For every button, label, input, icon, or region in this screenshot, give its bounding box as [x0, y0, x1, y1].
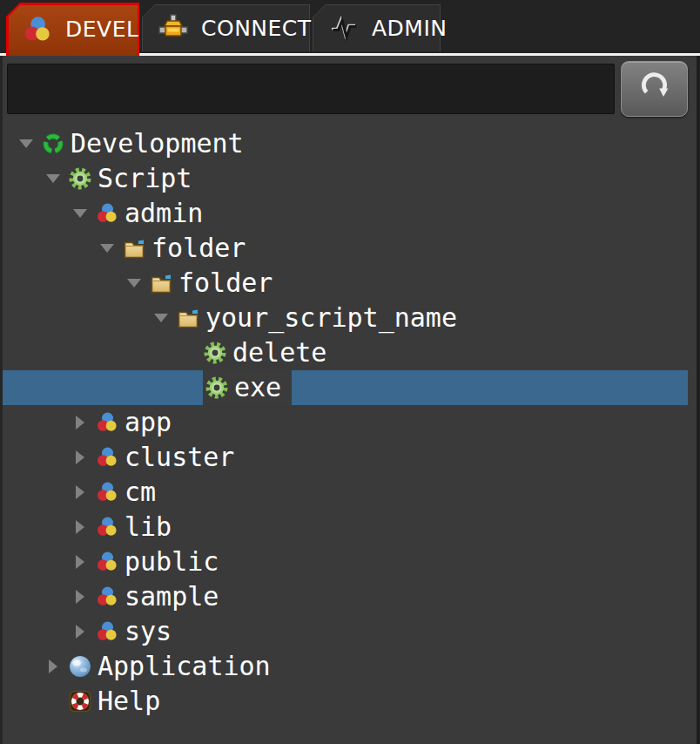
tree-item-label: Development — [71, 126, 244, 161]
circles-icon — [95, 550, 119, 574]
filter-input[interactable] — [7, 64, 615, 114]
tree-item-lib[interactable]: lib — [3, 510, 688, 544]
lifebuoy-icon — [68, 689, 92, 714]
refresh-icon — [638, 71, 671, 107]
tree-item-admin[interactable]: admin — [3, 196, 688, 231]
tree-item-cell: sys — [95, 614, 182, 649]
circles-icon — [95, 201, 119, 226]
tree-item-your-script-name[interactable]: your_script_name — [3, 301, 688, 335]
tree-item-label: delete — [232, 335, 326, 370]
circles-icon — [95, 619, 119, 644]
tree-item-label: folder — [151, 231, 246, 266]
tree-item-cell: Help — [68, 684, 171, 719]
network-hub-icon — [158, 12, 189, 44]
tree-item-cell: sample — [95, 579, 229, 614]
expander-expanded-icon[interactable] — [11, 126, 41, 161]
expander-expanded-icon[interactable] — [38, 161, 68, 196]
tree-item-label: lib — [125, 510, 172, 544]
tree-item-cm[interactable]: cm — [3, 475, 688, 510]
folder-icon — [176, 306, 200, 330]
expander-collapsed-icon[interactable] — [38, 649, 68, 684]
tree-item-label: Script — [98, 161, 192, 196]
expander-collapsed-icon[interactable] — [65, 440, 95, 475]
expander-collapsed-icon[interactable] — [65, 579, 95, 614]
tree-item-help[interactable]: Help — [3, 684, 688, 719]
tree-item-cell: folder — [149, 266, 283, 301]
tab-devel[interactable]: DEVEL — [6, 3, 139, 56]
expander-collapsed-icon[interactable] — [65, 510, 95, 544]
expander-collapsed-icon[interactable] — [65, 475, 95, 510]
tree-item-label: sample — [125, 579, 219, 614]
gear-icon — [68, 166, 92, 191]
tree-item-cell: lib — [95, 510, 182, 544]
file-tree: Development Script admin folder folder y… — [3, 126, 697, 719]
tree-item-folder[interactable]: folder — [3, 266, 688, 301]
tab-bar: DEVEL CONNECT — [0, 0, 700, 56]
tree-item-cell: exe — [203, 370, 292, 405]
tree-item-script[interactable]: Script — [3, 161, 688, 196]
tree-item-folder[interactable]: folder — [3, 231, 688, 266]
tree-item-application[interactable]: Application — [3, 649, 688, 684]
tree-item-label: Help — [98, 684, 160, 719]
expander-collapsed-icon[interactable] — [65, 614, 95, 649]
refresh-button[interactable] — [621, 61, 688, 117]
application-window: DEVEL CONNECT — [0, 0, 700, 744]
gear-icon — [205, 375, 229, 400]
expander-spacer — [173, 370, 203, 405]
folder-icon — [149, 271, 173, 295]
globe-icon — [68, 654, 92, 679]
tree-item-cell: your_script_name — [176, 301, 468, 335]
tree-item-public[interactable]: public — [3, 544, 688, 579]
expander-expanded-icon[interactable] — [119, 266, 149, 301]
tree-item-sample[interactable]: sample — [3, 579, 688, 614]
expander-collapsed-icon[interactable] — [65, 405, 95, 440]
tree-item-cell: cm — [95, 475, 166, 510]
circles-icon — [95, 585, 119, 609]
tree-item-cell: app — [95, 405, 182, 440]
circles-icon — [95, 445, 119, 470]
tree-item-label: Application — [98, 649, 271, 684]
tree-item-label: cluster — [125, 440, 234, 475]
pulse-icon — [328, 12, 360, 44]
tab-admin-label: ADMIN — [372, 16, 448, 41]
tree-item-label: cm — [125, 475, 156, 510]
expander-expanded-icon[interactable] — [65, 196, 95, 231]
expander-expanded-icon[interactable] — [92, 231, 122, 266]
expander-collapsed-icon[interactable] — [65, 544, 95, 579]
tab-devel-label: DEVEL — [65, 17, 138, 42]
tree-item-delete[interactable]: delete — [3, 335, 688, 370]
expander-spacer — [173, 335, 203, 370]
tree-item-app[interactable]: app — [3, 405, 688, 440]
tree-item-label: sys — [125, 614, 172, 649]
tree-item-label: your_script_name — [205, 301, 457, 335]
tree-item-cell: public — [95, 544, 229, 579]
circles-icon — [95, 410, 119, 435]
expander-spacer — [38, 684, 68, 719]
folder-icon — [122, 236, 146, 260]
toolbar — [3, 56, 697, 116]
palette-circles-icon — [22, 14, 53, 45]
tree-item-label: public — [125, 544, 219, 579]
tree-item-development[interactable]: Development — [3, 126, 688, 161]
tree-item-label: admin — [125, 196, 203, 231]
circles-icon — [95, 480, 119, 504]
tree-item-label: folder — [178, 266, 273, 301]
tree-item-cell: folder — [122, 231, 256, 266]
tree-item-cell: cluster — [95, 440, 245, 475]
tree-item-cell: admin — [95, 196, 213, 231]
tree-item-cell: Development — [41, 126, 254, 161]
tab-connect-label: CONNECT — [201, 16, 312, 41]
tab-connect[interactable]: CONNECT — [142, 4, 310, 51]
tree-item-sys[interactable]: sys — [3, 614, 688, 649]
tree-item-cell: Script — [68, 161, 202, 196]
gear-icon — [203, 341, 227, 365]
tree-item-cluster[interactable]: cluster — [3, 440, 688, 475]
tree-item-cell: delete — [203, 335, 337, 370]
expander-expanded-icon[interactable] — [146, 301, 176, 335]
tree-item-cell: Application — [68, 649, 281, 684]
tree-item-exe[interactable]: exe — [3, 370, 688, 405]
tree-item-label: exe — [234, 370, 281, 405]
tree-item-label: app — [125, 405, 172, 440]
circles-icon — [95, 515, 119, 539]
tab-admin[interactable]: ADMIN — [313, 4, 441, 51]
